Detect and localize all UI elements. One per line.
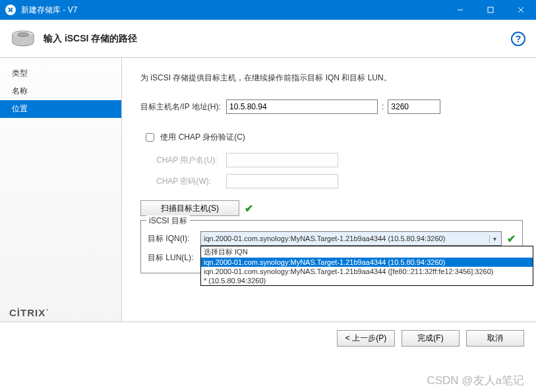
- svg-rect-3: [488, 7, 493, 13]
- host-input[interactable]: [226, 99, 378, 114]
- chap-pass-input: [226, 174, 338, 188]
- sidebar: 类型 名称 位置: [0, 58, 122, 322]
- scan-button[interactable]: 扫描目标主机(S): [140, 200, 239, 216]
- finish-button[interactable]: 完成(F): [402, 330, 460, 347]
- port-input[interactable]: [388, 99, 440, 114]
- check-icon: ✔: [507, 233, 516, 245]
- storage-icon: [11, 30, 36, 48]
- footer: < 上一步(P) 完成(F) 取消: [0, 322, 536, 354]
- iqn-selected-text: iqn.2000-01.com.synology:MyNAS.Target-1.…: [204, 235, 445, 242]
- port-separator: :: [382, 102, 384, 111]
- brand-logo: CİTRIX˙: [9, 307, 49, 318]
- back-button[interactable]: < 上一步(P): [337, 330, 395, 347]
- iqn-dropdown[interactable]: iqn.2000-01.com.synology:MyNAS.Target-1.…: [200, 231, 502, 246]
- sidebar-item-type[interactable]: 类型: [0, 65, 121, 82]
- chevron-down-icon: ▾: [489, 235, 500, 242]
- iqn-dropdown-list: 选择目标 IQN iqn.2000-01.com.synology:MyNAS.…: [200, 246, 533, 286]
- iqn-option[interactable]: * (10.5.80.94:3260): [201, 276, 533, 285]
- page-title: 输入 iSCSI 存储的路径: [44, 33, 511, 45]
- iqn-label: 目标 IQN(I):: [148, 233, 200, 244]
- chap-user-input: [226, 153, 338, 167]
- close-button[interactable]: [506, 0, 536, 20]
- sidebar-item-location[interactable]: 位置: [0, 100, 121, 118]
- cancel-button[interactable]: 取消: [466, 330, 524, 347]
- iqn-option[interactable]: 选择目标 IQN: [201, 246, 533, 258]
- chap-pass-label: CHAP 密码(W):: [140, 176, 226, 187]
- svg-point-7: [17, 32, 28, 36]
- minimize-button[interactable]: [445, 0, 475, 20]
- chap-checkbox[interactable]: [146, 133, 154, 142]
- main-panel: 为 iSCSI 存储提供目标主机，在继续操作前指示目标 IQN 和目标 LUN。…: [122, 58, 536, 322]
- host-label: 目标主机名/IP 地址(H):: [140, 101, 226, 113]
- watermark: CSDN @友人a笔记: [427, 373, 524, 388]
- sidebar-item-name[interactable]: 名称: [0, 82, 121, 100]
- iqn-option[interactable]: iqn.2000-01.com.synology:MyNAS.Target-1.…: [201, 267, 533, 276]
- wizard-header: 输入 iSCSI 存储的路径 ?: [0, 20, 536, 58]
- maximize-button[interactable]: [475, 0, 506, 20]
- help-icon[interactable]: ?: [511, 32, 525, 46]
- intro-text: 为 iSCSI 存储提供目标主机，在继续操作前指示目标 IQN 和目标 LUN。: [140, 72, 523, 84]
- iqn-option[interactable]: iqn.2000-01.com.synology:MyNAS.Target-1.…: [201, 258, 533, 267]
- iscsi-target-fieldset: iSCSI 目标 目标 IQN(I): iqn.2000-01.com.syno…: [140, 220, 523, 273]
- app-icon: [5, 5, 16, 15]
- fieldset-legend: iSCSI 目标: [146, 215, 190, 227]
- window-title: 新建存储库 - V7: [21, 5, 445, 16]
- chap-checkbox-label[interactable]: 使用 CHAP 身份验证(C): [143, 132, 245, 142]
- chap-user-label: CHAP 用户名(U):: [140, 155, 226, 166]
- titlebar: 新建存储库 - V7: [0, 0, 536, 20]
- check-icon: ✔: [245, 202, 253, 215]
- lun-label: 目标 LUN(L):: [148, 252, 200, 264]
